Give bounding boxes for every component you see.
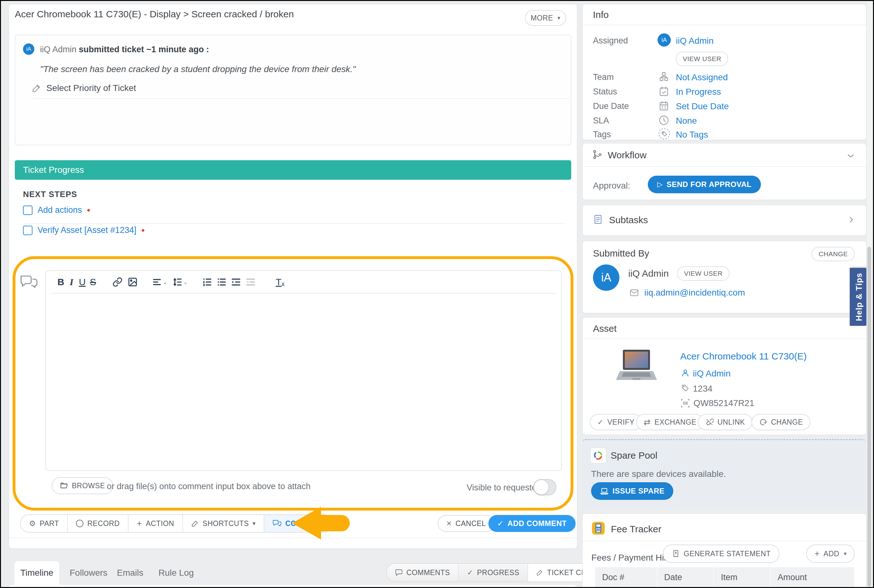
change-asset-button[interactable]: CHANGE: [751, 414, 810, 430]
fees-table-header: Doc # Date Item Amount: [595, 567, 854, 587]
clear-formatting-button[interactable]: Tx: [275, 275, 286, 289]
chevron-right-icon[interactable]: [847, 215, 855, 224]
tab-followers[interactable]: Followers: [70, 561, 107, 585]
visible-to-requestor-toggle[interactable]: [533, 479, 557, 495]
spare-pool-panel: Spare Pool There are spare devices avail…: [582, 439, 866, 508]
editor-toolbar: B I U S ⌄ ⌄: [51, 271, 556, 294]
refresh-icon: [759, 418, 767, 426]
required-marker: •: [141, 229, 145, 232]
underline-button[interactable]: U: [77, 275, 87, 289]
exchange-asset-button[interactable]: ⇄ EXCHANGE: [636, 414, 704, 430]
next-step-row: Verify Asset [Asset #1234] •: [23, 225, 144, 235]
submitted-by-panel: Submitted By CHANGE iA iiQ Admin VIEW US…: [582, 241, 866, 313]
caret-down-icon: ⌄: [183, 279, 188, 285]
column-header: Amount: [770, 567, 854, 587]
view-user-button[interactable]: VIEW USER: [677, 266, 730, 281]
column-header: Date: [657, 567, 713, 587]
filter-comments-button[interactable]: COMMENTS: [387, 564, 458, 581]
filter-progress-button[interactable]: ✓ PROGRESS: [458, 564, 527, 581]
sla-label: SLA: [593, 116, 609, 126]
clock-icon: [658, 115, 669, 126]
issue-spare-button[interactable]: ISSUE SPARE: [591, 482, 673, 500]
panel-title: Info: [593, 9, 609, 20]
record-circle-icon: [76, 520, 83, 527]
add-fee-button[interactable]: + ADD ▾: [806, 544, 855, 563]
subtasks-panel[interactable]: Subtasks: [582, 205, 866, 236]
view-user-button[interactable]: VIEW USER: [676, 52, 728, 66]
spare-pool-logo-icon: [590, 448, 606, 464]
bold-button[interactable]: B: [56, 275, 66, 289]
folder-icon: [60, 482, 68, 490]
browse-button[interactable]: BROWSE: [52, 477, 113, 494]
tab-emails[interactable]: Emails: [117, 561, 143, 585]
scrollbar-thumb[interactable]: [867, 247, 871, 587]
unlink-icon: [706, 418, 714, 426]
part-button[interactable]: ⚙ PART: [21, 515, 67, 532]
insert-image-icon[interactable]: [127, 275, 138, 289]
chat-bubbles-icon: [20, 274, 38, 290]
send-for-approval-button[interactable]: ▷ SEND FOR APPROVAL: [648, 176, 761, 193]
next-step-row: Add actions •: [23, 205, 566, 224]
ordered-list-icon[interactable]: [202, 275, 212, 289]
unlink-asset-button[interactable]: UNLINK: [698, 414, 752, 430]
step-link[interactable]: Verify Asset [Asset #1234]: [38, 225, 137, 235]
laptop-icon: [600, 487, 609, 495]
submitter-name: iiQ Admin: [40, 45, 77, 54]
panel-title: Submitted By: [593, 248, 649, 259]
due-date-label: Due Date: [593, 101, 629, 111]
tags-link[interactable]: No Tags: [676, 130, 708, 140]
calendar-icon: [658, 100, 669, 111]
avatar: iA: [593, 264, 620, 291]
assigned-label: Assigned: [593, 36, 628, 46]
change-submitter-button[interactable]: CHANGE: [812, 247, 855, 261]
help-tips-tab[interactable]: Help & Tips: [850, 268, 868, 326]
sla-link[interactable]: None: [676, 116, 697, 126]
caret-down-icon: ▾: [253, 520, 256, 527]
add-comment-button[interactable]: ✓ ADD COMMENT: [488, 515, 576, 532]
info-panel: Info Assigned iA iiQ Admin VIEW USER Tea…: [582, 4, 866, 140]
outdent-icon[interactable]: [245, 275, 256, 289]
step-link[interactable]: Add actions: [38, 205, 82, 215]
fee-tracker-panel: Fee Tracker Fees / Payment History GENER…: [582, 513, 866, 588]
record-button[interactable]: RECORD: [67, 515, 128, 532]
more-button[interactable]: MORE▾: [525, 10, 566, 26]
action-button[interactable]: + ACTION: [128, 515, 182, 532]
set-due-date-link[interactable]: Set Due Date: [676, 101, 729, 111]
indent-icon[interactable]: [231, 275, 241, 289]
team-link[interactable]: Not Assigned: [676, 72, 728, 82]
visible-to-requestor-label: Visible to requestor: [466, 483, 539, 493]
step-checkbox[interactable]: [23, 226, 32, 235]
chat-bubbles-icon: [272, 520, 281, 527]
strikethrough-button[interactable]: S: [87, 275, 98, 289]
scrollbar-track[interactable]: [866, 2, 872, 587]
status-label: Status: [593, 87, 617, 97]
submitter-email-link[interactable]: iiq.admin@incidentiq.com: [644, 288, 745, 298]
asset-owner-link[interactable]: iiQ Admin: [693, 369, 731, 379]
unordered-list-icon[interactable]: [216, 275, 227, 289]
comment-button[interactable]: COMMENT: [264, 515, 332, 532]
timeline-content-card: [9, 585, 576, 588]
approval-label: Approval:: [593, 181, 630, 191]
asset-name-link[interactable]: Acer Chromebook 11 C730(E): [680, 351, 806, 362]
verify-asset-button[interactable]: ✓ VERIFY: [590, 414, 642, 430]
tab-rule-log[interactable]: Rule Log: [158, 561, 194, 585]
ticket-description-quote: "The screen has been cracked by a studen…: [40, 64, 356, 74]
link-icon[interactable]: [112, 275, 123, 289]
generate-statement-button[interactable]: GENERATE STATEMENT: [663, 544, 779, 563]
shortcuts-button[interactable]: SHORTCUTS ▾: [182, 515, 264, 532]
step-checkbox[interactable]: [23, 206, 32, 215]
italic-button[interactable]: I: [66, 275, 77, 289]
align-button[interactable]: ⌄: [152, 275, 167, 289]
select-priority-row[interactable]: Select Priority of Ticket: [32, 83, 136, 93]
panel-title: Workflow: [608, 150, 647, 160]
assigned-user-link[interactable]: iiQ Admin: [676, 36, 714, 46]
workflow-branch-icon: [592, 149, 603, 160]
tab-timeline[interactable]: Timeline: [15, 561, 59, 585]
line-height-button[interactable]: ⌄: [172, 275, 188, 289]
cancel-button[interactable]: × CANCEL: [438, 515, 495, 532]
drag-hint: or drag file(s) onto comment input box a…: [107, 482, 311, 491]
chevron-down-icon[interactable]: [846, 151, 855, 160]
check-icon: ✓: [597, 418, 604, 426]
comment-input[interactable]: [46, 294, 561, 470]
status-link[interactable]: In Progress: [676, 87, 721, 97]
